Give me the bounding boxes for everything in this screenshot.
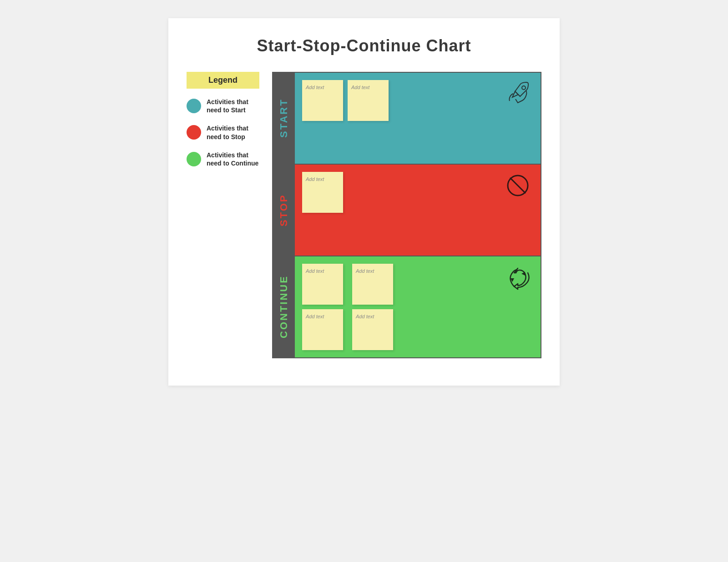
legend-label-continue: Activities that need to Continue [207, 151, 259, 167]
stop-row-content: Add text [295, 165, 541, 256]
page-wrapper: Start-Stop-Continue Chart Legend Activit… [168, 18, 560, 386]
legend-item-stop: Activities that need to Stop [187, 124, 259, 140]
continue-row-label: CONTINUE [273, 256, 295, 357]
continue-note-2[interactable]: Add text [352, 264, 393, 305]
chart: START Add text Add text [272, 72, 541, 358]
stop-row-label: STOP [273, 165, 295, 256]
continue-note-2-text: Add text [356, 268, 374, 274]
start-note-1[interactable]: Add text [302, 80, 343, 121]
stop-note-1[interactable]: Add text [302, 172, 343, 213]
chart-row-continue: CONTINUE Add text Add text Add text [272, 256, 541, 358]
legend-label-start: Activities that need to Start [207, 98, 259, 114]
continue-note-1-text: Add text [306, 268, 324, 274]
stop-note-1-text: Add text [306, 176, 324, 182]
stop-icon [504, 172, 531, 199]
start-note-1-text: Add text [306, 85, 324, 90]
no-entry-icon [504, 172, 531, 199]
svg-point-0 [522, 86, 526, 90]
continue-note-4[interactable]: Add text [352, 309, 393, 350]
start-row-content: Add text Add text [295, 73, 541, 164]
start-icon [504, 80, 531, 107]
continue-note-1[interactable]: Add text [302, 264, 343, 305]
continue-icon [504, 264, 531, 291]
legend-circle-continue [187, 152, 201, 166]
legend-circle-start [187, 99, 201, 113]
content-area: Legend Activities that need to Start Act… [187, 72, 541, 358]
legend-item-continue: Activities that need to Continue [187, 151, 259, 167]
svg-line-2 [510, 178, 526, 193]
legend-circle-stop [187, 125, 201, 140]
chart-row-stop: STOP Add text [272, 165, 541, 256]
rocket-icon [504, 80, 531, 107]
start-note-2-text: Add text [351, 85, 369, 90]
legend: Legend Activities that need to Start Act… [187, 72, 259, 177]
continue-row-content: Add text Add text Add text Add text [295, 256, 541, 357]
page-title: Start-Stop-Continue Chart [187, 36, 541, 55]
continue-note-3[interactable]: Add text [302, 309, 343, 350]
start-row-label: START [273, 73, 295, 164]
legend-label-stop: Activities that need to Stop [207, 124, 259, 140]
start-note-2[interactable]: Add text [348, 80, 389, 121]
continue-note-4-text: Add text [356, 314, 374, 319]
continue-note-3-text: Add text [306, 314, 324, 319]
legend-title: Legend [187, 72, 259, 89]
chart-row-start: START Add text Add text [272, 72, 541, 165]
legend-item-start: Activities that need to Start [187, 98, 259, 114]
recycle-icon [504, 264, 531, 291]
